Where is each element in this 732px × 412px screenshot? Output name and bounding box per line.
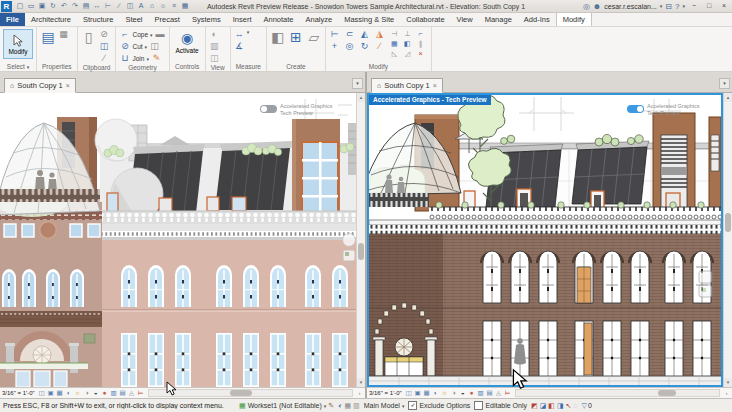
restore-button[interactable]: □ — [703, 1, 715, 11]
align-icon[interactable]: ⊢ — [329, 29, 340, 40]
toggle-pill-on[interactable] — [627, 105, 644, 113]
selection-reset-icon[interactable]: ◌ — [573, 402, 577, 410]
minimize-button[interactable]: − — [688, 1, 700, 11]
show-crop-region-icon[interactable]: ▣ — [47, 389, 55, 397]
visual-style-icon[interactable]: ◐ — [432, 389, 440, 397]
view-tab-south-copy-1-left[interactable]: ⌂ South Copy 1 × — [4, 78, 76, 93]
thin-lines-icon[interactable]: ≡ — [169, 1, 179, 11]
visual-style-icon[interactable]: ◐ — [65, 389, 73, 397]
properties-palette-icon[interactable]: ▤ — [40, 29, 56, 45]
tab-architecture[interactable]: Architecture — [25, 13, 77, 26]
editable-only-checkbox[interactable]: Editable Only — [474, 401, 527, 410]
exclude-options-checkbox[interactable]: ✓ Exclude Options — [408, 401, 470, 410]
new-file-icon[interactable]: ▢ — [15, 1, 25, 11]
tab-view[interactable]: View — [451, 13, 479, 26]
close-button[interactable]: × — [718, 1, 730, 11]
accelerated-graphics-toggle-right[interactable]: Accelerated GraphicsTech Preview — [627, 103, 700, 116]
print-icon[interactable]: ▤ — [81, 1, 91, 11]
array-icon[interactable]: ∥ — [416, 39, 425, 48]
create-parts-icon[interactable]: ◧ — [270, 29, 286, 45]
scroll-thumb[interactable] — [658, 390, 676, 396]
redo-icon[interactable]: ↷ — [70, 1, 80, 11]
tab-overflow-button[interactable]: ▾ — [719, 78, 730, 89]
measure-icon[interactable]: ↔ — [92, 1, 102, 11]
help-menu-chevron-icon[interactable]: ▾ — [682, 3, 685, 9]
offset-icon[interactable]: ⊂ — [344, 29, 355, 40]
family-types-icon[interactable]: ▦ — [58, 29, 69, 40]
panel-label-select[interactable]: Select ▾ — [3, 63, 33, 71]
default-view-icon[interactable]: ◐ — [209, 29, 220, 40]
model-line-icon[interactable]: ∕ — [114, 1, 124, 11]
design-options-icon[interactable]: ◐ — [338, 402, 342, 409]
scale-tool-icon[interactable]: ◧ — [403, 39, 412, 48]
select-links-icon[interactable]: ◩ — [531, 402, 538, 410]
workset-chevron-icon[interactable]: ▾ — [324, 403, 327, 409]
temporary-hide-isolate-icon[interactable]: ◒ — [459, 389, 467, 397]
tab-annotate[interactable]: Annotate — [257, 13, 299, 26]
horizontal-scrollbar-left[interactable] — [148, 389, 353, 397]
select-by-face-icon[interactable]: ◨ — [557, 402, 564, 410]
close-view-icon[interactable]: × — [66, 82, 70, 89]
activate-controls-button[interactable]: ◉ Activate — [173, 29, 202, 55]
tab-file[interactable]: File — [0, 13, 25, 26]
rotate-icon[interactable]: ↻ — [359, 41, 370, 52]
cut-tool[interactable]: ⊘ Cut▾ ◫ — [119, 41, 165, 52]
detail-level-icon[interactable]: ▦ — [423, 389, 431, 397]
cope-tool[interactable]: ⌐ Cope▾ ▬ — [119, 29, 165, 40]
split-gap-icon[interactable]: ⊥ — [403, 29, 412, 38]
temporary-view-properties-icon[interactable]: ▤ — [486, 389, 494, 397]
selection-filter[interactable]: ▽ 0 — [582, 402, 592, 410]
checkbox-checked[interactable]: ✓ — [408, 401, 417, 410]
scroll-thumb[interactable] — [358, 243, 364, 260]
paste-icon[interactable]: ▯ — [81, 29, 97, 45]
move-icon[interactable]: + — [329, 41, 340, 52]
sync-icon[interactable]: ↻ — [48, 1, 58, 11]
editable-toggle-icon[interactable]: ✎ — [328, 402, 334, 410]
sun-path-icon[interactable]: ☼ — [441, 389, 449, 397]
user-menu-chevron-icon[interactable]: ▾ — [660, 3, 663, 9]
tab-steel[interactable]: Steel — [119, 13, 148, 26]
hidden-line-icon[interactable]: ▥ — [209, 41, 220, 52]
render-icon[interactable]: ☼ — [158, 1, 168, 11]
tab-insert[interactable]: Insert — [227, 13, 258, 26]
reveal-constraints-icon[interactable]: ⊨ — [137, 389, 145, 397]
copy-to-clipboard-icon[interactable]: ◫ — [99, 41, 110, 52]
mirror-axis-icon[interactable]: ◭ — [359, 29, 370, 40]
vertical-scrollbar-right[interactable]: ▲ ▼ — [723, 93, 732, 387]
measure-between-icon[interactable]: ↔ — [234, 29, 245, 40]
undo-icon[interactable]: ↶ — [59, 1, 69, 11]
unpin-icon[interactable]: ▦ — [390, 39, 399, 48]
design-option-selector[interactable]: Main Model ▾ — [364, 402, 405, 409]
crop-view-icon[interactable]: ◫ — [38, 389, 46, 397]
active-option-grid-icon[interactable]: ▦ — [344, 402, 351, 410]
select-pinned-icon[interactable]: ◧ — [548, 402, 555, 410]
join-extra-icon[interactable]: ✎ — [151, 53, 162, 64]
tab-add-ins[interactable]: Add-Ins — [518, 13, 556, 26]
tab-overflow-button[interactable]: ▾ — [352, 78, 363, 89]
scroll-down-arrow[interactable]: ▼ — [357, 378, 365, 387]
cut-to-clipboard-icon[interactable]: ⊘ — [99, 29, 110, 40]
tab-precast[interactable]: Precast — [149, 13, 186, 26]
create-assembly-icon[interactable]: ⊞ — [288, 29, 304, 45]
measure-angle-icon[interactable]: ∡ — [234, 41, 245, 52]
horizontal-scrollbar-right[interactable] — [515, 389, 720, 397]
scroll-right-arrow[interactable]: › — [356, 390, 363, 396]
analytical-model-icon[interactable]: ◬ — [495, 389, 503, 397]
aligned-dimension-icon[interactable]: ⊢ — [103, 1, 113, 11]
tab-massing-site[interactable]: Massing & Site — [338, 13, 400, 26]
select-underlay-icon[interactable]: ◪ — [540, 402, 547, 410]
scroll-down-arrow[interactable]: ▼ — [724, 378, 732, 387]
save-icon[interactable]: ▣ — [37, 1, 47, 11]
view-tab-south-copy-1-right[interactable]: ⌂ South Copy 1 × — [371, 78, 443, 93]
toggle-pill-off[interactable] — [260, 105, 277, 113]
drawing-canvas-left[interactable]: Accelerated GraphicsTech Preview — [0, 93, 356, 387]
view-scale[interactable]: 3/16" = 1'-0" — [369, 390, 402, 396]
design-option-chevron-icon[interactable]: ▾ — [402, 403, 405, 409]
shadows-icon[interactable]: ◑ — [450, 389, 458, 397]
trim-single-icon[interactable]: ◿ — [403, 49, 412, 58]
cope-extra-icon[interactable]: ▬ — [155, 29, 166, 40]
shadows-icon[interactable]: ◑ — [83, 389, 91, 397]
switch-windows-icon[interactable]: ▦ — [180, 1, 190, 11]
search-icon[interactable]: ◎ — [583, 2, 590, 11]
match-type-icon[interactable]: ∕ — [99, 53, 110, 64]
